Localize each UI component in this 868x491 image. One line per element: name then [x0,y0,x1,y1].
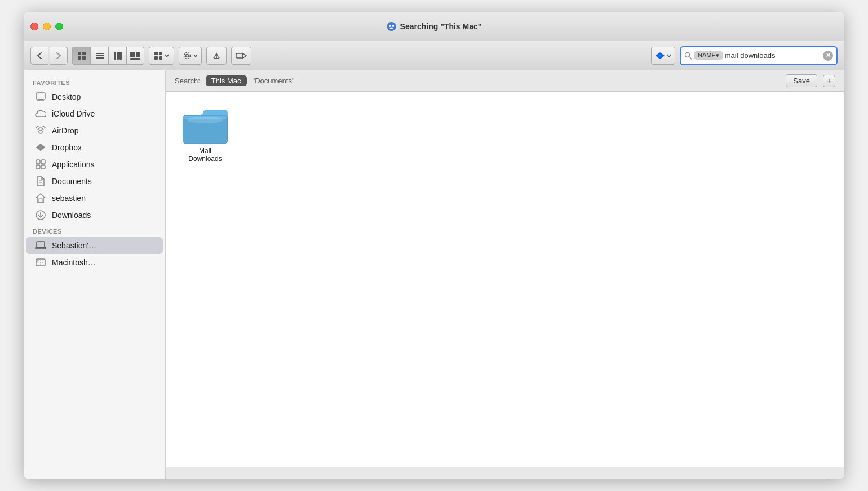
svg-point-3 [390,27,393,29]
downloads-icon [35,209,46,221]
list-item[interactable]: Mail Downloads [177,103,233,167]
list-view-button[interactable] [90,47,108,65]
gallery-view-button[interactable] [126,47,144,65]
sidebar-item-applications-label: Applications [52,160,95,169]
sidebar-item-downloads-label: Downloads [52,211,91,220]
maximize-button[interactable] [55,23,63,30]
gear-icon [183,51,192,60]
file-label: Mail Downloads [181,147,229,163]
svg-rect-19 [154,52,158,55]
svg-point-37 [39,130,42,133]
sidebar-item-dropbox[interactable]: Dropbox [26,139,163,156]
svg-rect-20 [159,52,162,55]
add-criteria-button[interactable]: + [823,75,835,87]
svg-rect-26 [236,53,243,58]
search-input[interactable] [725,51,821,60]
svg-point-1 [389,25,391,27]
svg-rect-9 [82,56,86,60]
sidebar-item-desktop[interactable]: Desktop [26,88,163,105]
column-icon [113,51,122,60]
dropbox-button[interactable] [651,47,675,65]
sidebar-item-airdrop-label: AirDrop [52,126,78,135]
icon-view-button[interactable] [72,47,90,65]
svg-rect-42 [36,160,40,164]
nav-buttons [30,47,68,65]
search-clear-button[interactable]: ✕ [823,51,833,61]
file-grid: Mail Downloads [177,103,833,167]
folder-icon [183,108,228,144]
back-button[interactable] [30,47,48,65]
svg-rect-17 [136,52,140,57]
svg-rect-8 [78,56,81,60]
svg-rect-16 [130,52,135,57]
column-view-button[interactable] [108,47,126,65]
svg-rect-22 [159,56,162,60]
sidebar-item-applications[interactable]: Applications [26,156,163,173]
disk-icon [35,257,46,268]
svg-point-2 [392,25,395,27]
share-button[interactable] [206,47,227,65]
sidebar-item-downloads[interactable]: Downloads [26,207,163,224]
svg-point-61 [187,117,223,123]
back-icon [37,52,42,60]
action-button[interactable] [179,47,202,65]
sidebar-item-macintosh[interactable]: Macintosh… [26,254,163,271]
svg-rect-13 [114,52,116,60]
sidebar-item-sebastien-mac[interactable]: Sebastien'… [26,237,163,254]
svg-point-32 [685,52,690,57]
minimize-button[interactable] [43,23,51,30]
svg-rect-53 [36,247,46,249]
documents-scope-link[interactable]: "Documents" [253,77,295,85]
dropbox-icon [655,51,665,60]
sidebar-item-sebastien-mac-label: Sebastien'… [52,241,96,250]
svg-rect-14 [117,52,119,60]
home-icon [35,193,46,204]
sidebar-item-documents-label: Documents [52,177,92,186]
devices-label: Devices [24,224,165,237]
svg-rect-15 [119,52,122,60]
save-search-button[interactable]: Save [786,74,817,87]
sidebar-item-airdrop[interactable]: AirDrop [26,122,163,139]
window-title-area: Searching "This Mac" [387,21,482,32]
sidebar-item-documents[interactable]: Documents [26,173,163,190]
list-icon [95,51,104,60]
this-mac-scope-button[interactable]: This Mac [206,75,247,86]
forward-button[interactable] [50,47,68,65]
documents-icon [35,176,46,187]
share-icon [212,51,221,60]
main-area: Favorites Desktop iCloud Driv [24,70,844,479]
forward-icon [56,52,61,60]
svg-rect-6 [78,52,81,55]
titlebar: Searching "This Mac" [24,12,844,41]
svg-rect-11 [96,55,104,56]
svg-rect-7 [82,52,86,55]
search-scope-label: Search: [175,77,200,85]
search-field[interactable]: NAME▾ ✕ [680,46,838,65]
search-scope-bar: Search: This Mac "Documents" Save + [166,70,844,92]
laptop-icon [35,240,46,251]
airdrop-icon [35,125,46,136]
view-buttons-group [72,47,144,65]
sidebar-item-icloud[interactable]: iCloud Drive [26,105,163,122]
group-view-button[interactable] [149,47,174,65]
search-scope-name-badge[interactable]: NAME▾ [694,51,723,60]
sidebar-item-sebastien[interactable]: sebastien [26,190,163,207]
svg-rect-34 [36,93,45,99]
svg-rect-18 [130,58,140,60]
applications-icon [35,159,46,170]
svg-rect-49 [39,199,42,203]
sidebar-item-desktop-label: Desktop [52,92,81,101]
content-wrapper: Search: This Mac "Documents" Save + [166,70,844,479]
sidebar-item-dropbox-label: Dropbox [52,143,82,152]
svg-marker-48 [36,194,45,203]
grid-icon [77,51,86,60]
sidebar-item-icloud-label: iCloud Drive [52,109,95,118]
tag-button[interactable] [231,47,251,65]
svg-point-24 [184,52,191,59]
traffic-lights [30,23,63,30]
finder-icon [387,21,397,32]
close-button[interactable] [30,23,38,30]
favorites-label: Favorites [24,75,165,88]
svg-marker-27 [243,53,246,58]
sidebar-item-sebastien-label: sebastien [52,194,86,203]
